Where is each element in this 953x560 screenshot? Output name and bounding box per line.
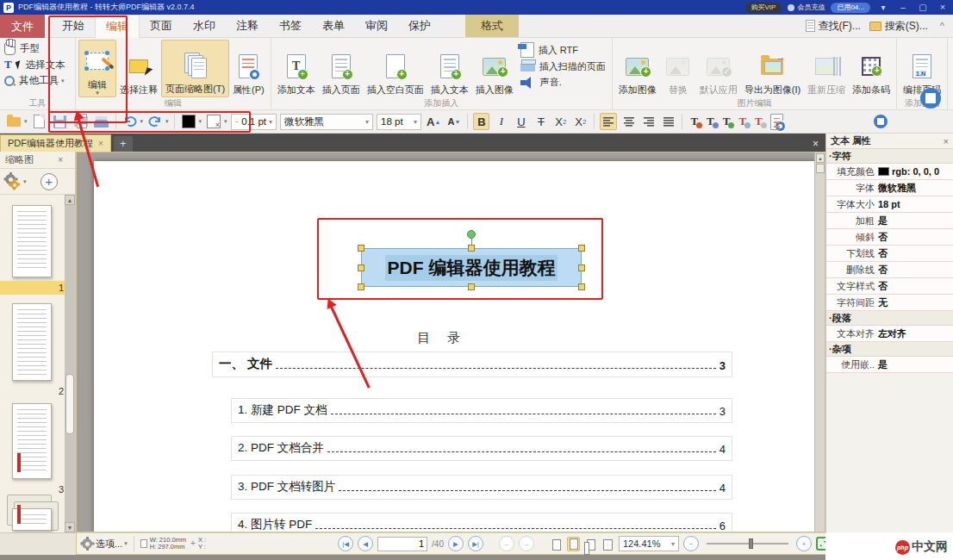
- subscript-button[interactable]: X2: [552, 113, 569, 130]
- align-left-button[interactable]: [600, 113, 617, 130]
- select-annotation-button[interactable]: 选择注释: [116, 40, 161, 97]
- align-justify-button[interactable]: [660, 113, 676, 130]
- add-barcode-button[interactable]: + 添加条码: [849, 40, 894, 97]
- member-recharge-button[interactable]: 会员充值: [788, 3, 825, 12]
- selected-text-box[interactable]: PDF 编辑器使用教程: [361, 248, 582, 287]
- resize-handle-ne[interactable]: [578, 245, 585, 252]
- prop-italic[interactable]: 倾斜 否: [826, 229, 953, 246]
- document-viewer[interactable]: PDF 编辑器使用教程 目 录 一、 文件 3 1. 新建 PDF 文档: [76, 152, 825, 532]
- page-thumbnails-button[interactable]: 页面缩略图(T): [161, 40, 229, 97]
- thumbnail-number-1[interactable]: 1: [0, 281, 65, 295]
- selected-text[interactable]: PDF 编辑器使用教程: [385, 255, 558, 281]
- zoom-slider-knob[interactable]: [749, 538, 753, 549]
- open-file-button[interactable]: [5, 113, 22, 130]
- helper-float-icon-2[interactable]: [874, 115, 888, 128]
- select-text-button[interactable]: T 选择文本: [4, 58, 71, 72]
- resize-handle-n[interactable]: [468, 245, 475, 252]
- text-save-style-button[interactable]: T: [704, 115, 717, 128]
- options-button[interactable]: 选项... ▾: [82, 538, 128, 551]
- tab-close-icon[interactable]: ×: [98, 139, 103, 148]
- search-button[interactable]: 搜索(S)...: [869, 19, 928, 34]
- fill-color-button[interactable]: [180, 113, 197, 130]
- decrease-font-button[interactable]: A▼: [445, 113, 462, 130]
- insert-blank-page-button[interactable]: + 插入空白页面: [364, 40, 427, 97]
- align-right-button[interactable]: [640, 113, 657, 130]
- resize-handle-e[interactable]: [578, 264, 585, 271]
- zoom-level-select[interactable]: 124.41% ▾: [619, 536, 679, 551]
- redo-button[interactable]: [146, 113, 164, 130]
- prop-font[interactable]: 字体 微软雅黑: [826, 180, 953, 196]
- replace-image-button[interactable]: 替换: [660, 40, 696, 97]
- split-view-icon[interactable]: [816, 164, 825, 173]
- prop-bold[interactable]: 加粗 是: [826, 213, 953, 229]
- scrollbar-thumb[interactable]: [65, 374, 74, 434]
- properties-button[interactable]: 属性(P): [229, 40, 268, 97]
- rotate-handle[interactable]: [467, 230, 476, 239]
- toc-row-5[interactable]: 4. 图片转 PDF 6: [231, 513, 732, 532]
- resize-handle-nw[interactable]: [358, 245, 364, 252]
- close-document-icon[interactable]: ×: [813, 138, 825, 152]
- strikethrough-button[interactable]: T: [533, 113, 549, 130]
- section-character[interactable]: ·字符: [826, 149, 953, 164]
- view-forward-button[interactable]: →: [519, 536, 534, 551]
- collapse-ribbon-icon[interactable]: ^: [937, 21, 948, 31]
- view-back-button[interactable]: ←: [499, 536, 514, 551]
- zoom-out-button[interactable]: −: [683, 536, 699, 551]
- last-page-button[interactable]: ▶|: [468, 536, 483, 551]
- text-flame-button[interactable]: T: [688, 115, 701, 128]
- continuous-view-button[interactable]: [567, 537, 580, 551]
- edit-button[interactable]: 编辑 ▾: [78, 40, 116, 97]
- prop-text-style[interactable]: 文字样式 否: [826, 278, 953, 295]
- resize-handle-sw[interactable]: [358, 283, 364, 290]
- find-button[interactable]: 查找(F)...: [806, 19, 861, 34]
- zoom-thumbnails-button[interactable]: +: [40, 173, 58, 190]
- pdf-page[interactable]: PDF 编辑器使用教程 目 录 一、 文件 3 1. 新建 PDF 文档: [94, 161, 816, 532]
- tab-protect[interactable]: 保护: [398, 15, 441, 37]
- sound-button[interactable]: 声音.: [520, 76, 606, 89]
- align-center-button[interactable]: [620, 113, 637, 130]
- increase-font-button[interactable]: A▲: [425, 113, 442, 130]
- scroll-down-icon[interactable]: ▼: [65, 522, 75, 532]
- section-misc[interactable]: ·杂项: [826, 342, 953, 357]
- toc-row-4[interactable]: 3. PDF 文档转图片 4: [231, 475, 732, 500]
- facing-view-button[interactable]: [584, 537, 597, 551]
- tab-review[interactable]: 审阅: [355, 15, 398, 37]
- insert-image-button[interactable]: + 插入图像: [472, 40, 517, 97]
- recompress-button[interactable]: 重新压缩: [804, 40, 849, 97]
- stroke-width-field[interactable]: − 0.1 pt ▾: [231, 114, 277, 130]
- tab-page[interactable]: 页面: [140, 15, 183, 37]
- tab-annotate[interactable]: 注释: [226, 15, 269, 37]
- minimize-button[interactable]: –: [896, 1, 910, 14]
- page-number-input[interactable]: [377, 537, 427, 551]
- tab-edit[interactable]: 编辑: [95, 15, 140, 38]
- tab-format[interactable]: 格式: [465, 15, 519, 37]
- italic-button[interactable]: I: [493, 113, 509, 130]
- stroke-color-button[interactable]: [205, 113, 222, 130]
- page-thumbnail-4[interactable]: [12, 508, 52, 531]
- insert-scanned-button[interactable]: 插入扫描的页面: [520, 60, 606, 73]
- save-button[interactable]: [52, 113, 69, 130]
- thumbnail-scrollbar[interactable]: ▲ ▼: [65, 195, 75, 532]
- tab-watermark[interactable]: 水印: [183, 15, 226, 37]
- tab-form[interactable]: 表单: [312, 15, 355, 37]
- add-image-button[interactable]: + 添加图像: [615, 40, 660, 97]
- scroll-up-icon[interactable]: ▲: [816, 153, 825, 163]
- close-button[interactable]: ×: [936, 1, 950, 14]
- page-thumbnail-1[interactable]: [12, 205, 52, 277]
- usage-badge[interactable]: 已用04...: [831, 3, 870, 13]
- previous-page-button[interactable]: ◀: [358, 536, 373, 551]
- properties-panel-close-icon[interactable]: ×: [944, 136, 949, 146]
- prop-fill-color[interactable]: 填充颜色 rgb: 0, 0, 0: [826, 164, 953, 180]
- text-settings-button[interactable]: [769, 113, 786, 130]
- prop-use-embedded[interactable]: 使用嵌.. 是: [826, 357, 953, 373]
- thumbnail-settings-button[interactable]: [5, 174, 18, 189]
- scan-button[interactable]: [93, 113, 110, 130]
- first-page-button[interactable]: |◀: [338, 536, 353, 551]
- buy-vip-button[interactable]: 购买VIP: [745, 3, 782, 13]
- prop-strikethrough[interactable]: 删除线 否: [826, 262, 953, 278]
- resize-handle-w[interactable]: [358, 264, 364, 271]
- zoom-in-button[interactable]: +: [796, 536, 812, 551]
- prop-char-spacing[interactable]: 字符间距 无: [826, 295, 953, 311]
- hand-tool-button[interactable]: 手型: [4, 42, 71, 55]
- font-size-select[interactable]: 18 pt ▾: [377, 114, 421, 130]
